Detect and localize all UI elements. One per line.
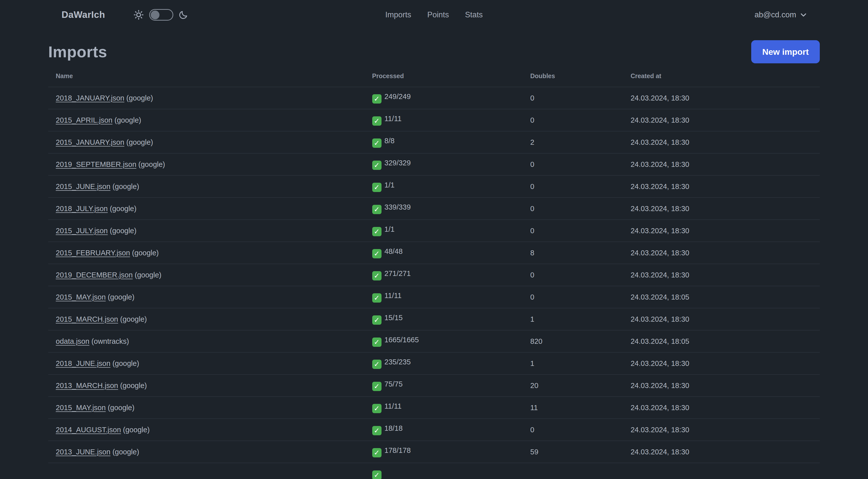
cell-doubles: 0 — [523, 419, 623, 441]
import-file-link[interactable]: 2013_MARCH.json — [56, 382, 118, 390]
cell-created-at: 24.03.2024, 18:30 — [623, 198, 820, 220]
cell-created-at: 24.03.2024, 18:30 — [623, 153, 820, 175]
table-row: 2014_AUGUST.json (google)✓18/18024.03.20… — [48, 419, 820, 441]
moon-icon — [178, 10, 188, 20]
cell-doubles: 0 — [523, 87, 623, 109]
import-file-link[interactable]: 2015_MAY.json — [56, 293, 106, 301]
import-file-link[interactable]: 2015_MARCH.json — [56, 315, 118, 323]
import-source: (owntracks) — [89, 337, 129, 345]
cell-name: 2018_JANUARY.json (google) — [48, 87, 365, 109]
cell-doubles: 0 — [523, 286, 623, 308]
user-email: ab@cd.com — [754, 10, 796, 19]
table-row: odata.json (owntracks)✓1665/166582024.03… — [48, 330, 820, 352]
table-row: 2018_JUNE.json (google)✓235/235124.03.20… — [48, 352, 820, 375]
brand-logo[interactable]: DaWarIch — [62, 9, 105, 20]
import-source: (google) — [121, 426, 150, 434]
cell-name: 2019_SEPTEMBER.json (google) — [48, 153, 365, 175]
imports-page: Imports New import Name Processed Double… — [0, 40, 868, 479]
cell-created-at: 24.03.2024, 18:05 — [623, 330, 820, 352]
cell-created-at: 24.03.2024, 18:30 — [623, 396, 820, 419]
cell-doubles: 0 — [523, 175, 623, 198]
import-file-link[interactable]: 2018_JUNE.json — [56, 359, 111, 367]
import-source: (google) — [111, 448, 139, 456]
import-source: (google) — [111, 359, 139, 367]
import-file-link[interactable]: 2015_MAY.json — [56, 403, 106, 412]
theme-switch-knob — [151, 10, 159, 19]
table-row: 2015_MAY.json (google)✓11/111124.03.2024… — [48, 396, 820, 419]
table-row: 2013_JUNE.json (google)✓178/1785924.03.2… — [48, 441, 820, 463]
cell-created-at: 24.03.2024, 18:30 — [623, 87, 820, 109]
success-check-icon: ✓ — [372, 116, 381, 126]
success-check-icon: ✓ — [372, 404, 381, 413]
cell-name: 2018_JUNE.json (google) — [48, 352, 365, 375]
user-menu[interactable]: ab@cd.com — [754, 10, 807, 19]
success-check-icon: ✓ — [372, 360, 381, 369]
success-check-icon: ✓ — [372, 160, 381, 170]
page-header: Imports New import — [48, 40, 820, 63]
cell-doubles: 20 — [523, 375, 623, 396]
table-row: 2013_MARCH.json (google)✓75/752024.03.20… — [48, 375, 820, 396]
cell-name: 2015_APRIL.json (google) — [48, 109, 365, 131]
navbar: DaWarIch ImportsPointsStats ab@cd.c — [0, 0, 868, 30]
cell-processed: ✓11/11 — [365, 286, 523, 308]
success-check-icon: ✓ — [372, 293, 381, 303]
cell-doubles: 1 — [523, 308, 623, 330]
import-source: (google) — [124, 94, 153, 102]
success-check-icon: ✓ — [372, 337, 381, 347]
chevron-down-icon — [800, 11, 807, 19]
import-file-link[interactable]: 2019_SEPTEMBER.json — [56, 160, 136, 169]
cell-created-at — [623, 463, 820, 479]
import-file-link[interactable]: 2019_DECEMBER.json — [56, 271, 133, 279]
cell-doubles — [523, 463, 623, 479]
cell-processed: ✓11/11 — [365, 396, 523, 419]
column-header-processed: Processed — [365, 63, 523, 87]
cell-processed: ✓11/11 — [365, 109, 523, 131]
import-file-link[interactable]: odata.json — [56, 337, 89, 345]
success-check-icon: ✓ — [372, 426, 381, 435]
import-file-link[interactable]: 2018_JANUARY.json — [56, 94, 124, 102]
cell-processed: ✓ — [365, 463, 523, 479]
cell-created-at: 24.03.2024, 18:30 — [623, 308, 820, 330]
cell-name: 2013_JUNE.json (google) — [48, 441, 365, 463]
cell-created-at: 24.03.2024, 18:30 — [623, 220, 820, 242]
import-file-link[interactable]: 2015_JULY.json — [56, 227, 108, 235]
cell-created-at: 24.03.2024, 18:05 — [623, 286, 820, 308]
cell-name: 2015_MAY.json (google) — [48, 286, 365, 308]
column-header-created-at: Created at — [623, 63, 820, 87]
theme-switch[interactable] — [149, 9, 173, 21]
nav-link-points[interactable]: Points — [427, 10, 449, 19]
nav-link-imports[interactable]: Imports — [385, 10, 411, 19]
cell-name — [48, 463, 365, 479]
cell-name: 2013_MARCH.json (google) — [48, 375, 365, 396]
success-check-icon: ✓ — [372, 139, 381, 148]
cell-name: 2015_JANUARY.json (google) — [48, 131, 365, 153]
cell-processed: ✓329/329 — [365, 153, 523, 175]
import-source: (google) — [106, 403, 134, 412]
cell-name: odata.json (owntracks) — [48, 330, 365, 352]
import-file-link[interactable]: 2015_APRIL.json — [56, 116, 113, 124]
table-row: 2018_JANUARY.json (google)✓249/249024.03… — [48, 87, 820, 109]
cell-doubles: 59 — [523, 441, 623, 463]
import-file-link[interactable]: 2014_AUGUST.json — [56, 426, 121, 434]
table-row: 2015_JULY.json (google)✓1/1024.03.2024, … — [48, 220, 820, 242]
table-row: 2015_MARCH.json (google)✓15/15124.03.202… — [48, 308, 820, 330]
cell-doubles: 0 — [523, 198, 623, 220]
cell-processed: ✓271/271 — [365, 264, 523, 286]
cell-processed: ✓178/178 — [365, 441, 523, 463]
cell-created-at: 24.03.2024, 18:30 — [623, 419, 820, 441]
new-import-button[interactable]: New import — [751, 40, 820, 63]
import-file-link[interactable]: 2018_JULY.json — [56, 205, 108, 213]
import-file-link[interactable]: 2015_JUNE.json — [56, 182, 111, 190]
success-check-icon: ✓ — [372, 471, 381, 479]
cell-doubles: 820 — [523, 330, 623, 352]
nav-link-stats[interactable]: Stats — [465, 10, 483, 19]
cell-processed: ✓1/1 — [365, 220, 523, 242]
import-file-link[interactable]: 2015_FEBRUARY.json — [56, 249, 130, 257]
cell-processed: ✓18/18 — [365, 419, 523, 441]
cell-created-at: 24.03.2024, 18:30 — [623, 242, 820, 264]
import-file-link[interactable]: 2013_JUNE.json — [56, 448, 111, 456]
import-file-link[interactable]: 2015_JANUARY.json — [56, 138, 124, 146]
cell-processed: ✓235/235 — [365, 352, 523, 375]
table-row: 2018_JULY.json (google)✓339/339024.03.20… — [48, 198, 820, 220]
import-source: (google) — [108, 205, 136, 213]
